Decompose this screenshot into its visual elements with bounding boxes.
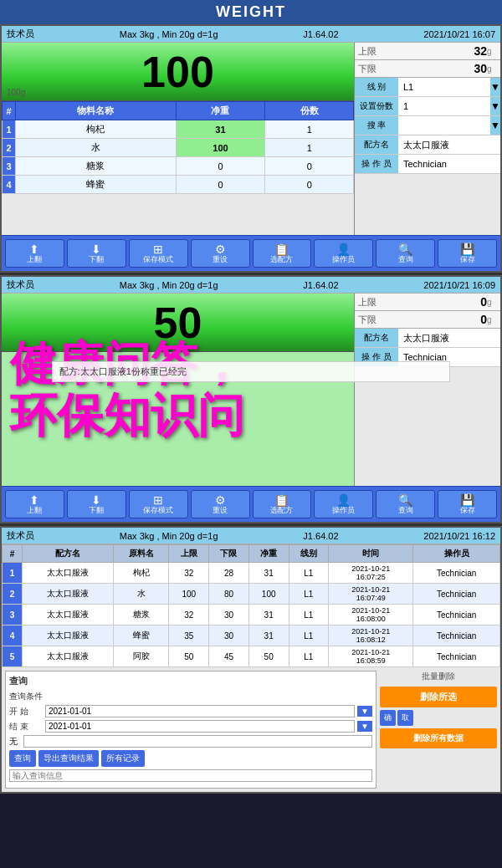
rec-upper: 100 [169,584,209,605]
table-row: 3 糖浆 0 0 [3,157,354,176]
rec-time: 2021-10-2116:07:49 [329,584,413,605]
row-num: 2 [3,139,16,157]
p2-query-icon: 🔍 [398,494,412,506]
query-icon: 🔍 [398,243,412,255]
p2-specs: Max 3kg , Min 20g d=1g [120,280,218,290]
p1-role: 技术员 [7,28,34,40]
rec-upper: 50 [169,646,209,667]
col-count: 份数 [265,102,354,120]
btn-reset[interactable]: ⚙ 重设 [191,239,250,268]
rec-formula: 太太口服液 [22,605,113,625]
query-search-input[interactable] [9,769,372,782]
upper-limit-row: 上限 32 g [355,43,500,60]
btn-query[interactable]: 🔍 查询 [376,239,435,268]
query-end-label: 结 束 [9,721,43,733]
row-num: 3 [3,157,16,176]
table-row: 4 蜂蜜 0 0 [3,176,354,194]
rec-lower: 30 [209,625,249,646]
rec-formula: 太太口服液 [22,584,113,605]
query-export-btn[interactable]: 导出查询结果 [38,750,99,767]
btn-operator[interactable]: 👤 操作员 [314,239,373,268]
cancel-btn[interactable]: 取 [397,710,413,726]
info-formula: 配方名 太太口服液 [355,135,500,155]
p2-reset-label: 重设 [213,507,228,514]
panel1-header: 技术员 Max 3kg , Min 20g d=1g J1.64.02 2021… [2,26,500,43]
query-search-btn[interactable]: 查询 [9,750,36,767]
confirm-btn[interactable]: 确 [380,710,396,726]
btn-save-mode[interactable]: ⊞ 保存模式 [129,239,188,268]
weight-display: 100g 100 [2,43,354,101]
p2-btn-query[interactable]: 🔍 查询 [376,490,435,518]
row-weight: 0 [176,176,265,194]
query-none-input[interactable] [23,735,372,748]
btn-save[interactable]: 💾 保存 [438,239,497,268]
p2-btn-reset[interactable]: ⚙ 重设 [191,490,250,518]
rate-dropdown-icon[interactable]: ▼ [490,116,500,135]
panel1-left: 100g 100 # 物料名称 净重 份数 1 枸杞 [2,43,354,235]
p2-btn-operator[interactable]: 👤 操作员 [314,490,373,518]
query-label: 查询 [398,256,413,263]
info-line: 线 别 L1 ▼ [355,78,500,97]
btn-select-formula[interactable]: 📋 选配方 [253,239,312,268]
operator-icon: 👤 [336,243,351,255]
upper-limit-value: 32 [383,44,487,58]
p2-btn-select-formula[interactable]: 📋 选配方 [253,490,312,518]
p2-btn-save-mode[interactable]: ⊞ 保存模式 [129,490,188,518]
col-num: # [3,102,16,120]
records-table: # 配方名 原料名 上限 下限 净重 线别 时间 操作员 1 太太口服液 枸杞 … [2,544,500,667]
delete-selected-btn[interactable]: 删除所选 [380,687,497,707]
panel3: 技术员 Max 3kg , Min 20g d=1g J1.64.02 2021… [0,526,502,794]
p2-weight-value: 50 [154,298,202,348]
info-servings: 设置份数 1 ▼ [355,97,500,116]
upper-limit-label: 上限 [358,45,383,58]
p2-save-label: 保存 [460,507,475,514]
p2-firmware: J1.64.02 [303,280,338,290]
rec-time: 2021-10-2116:08:12 [329,625,413,646]
rec-col-formula: 配方名 [22,545,113,563]
lower-limit-row: 下限 30 g [355,60,500,78]
rate-label: 搜 率 [355,116,398,135]
query-end-dropdown[interactable]: ▼ [357,721,372,732]
delete-all-btn[interactable]: 删除所有数据 [380,728,497,748]
query-all-records-btn[interactable]: 所有记录 [101,750,145,767]
rec-line: L1 [289,605,329,625]
query-start-dropdown[interactable]: ▼ [357,706,372,717]
rec-net: 31 [248,563,289,584]
formula-label2: 选配方 [270,256,293,263]
reset-label: 重设 [213,256,228,263]
weight-value: 100 [141,47,214,97]
p2-formula-label: 配方名 [355,329,398,347]
p2-btn-save[interactable]: 💾 保存 [438,490,497,518]
query-end-input[interactable] [45,720,355,733]
p2-upper-limit-value: 0 [383,295,487,309]
query-title: 查询 [9,675,372,687]
table-row: 5 太太口服液 阿胶 50 45 50 L1 2021-10-2116:08:5… [3,646,500,667]
p2-operator-label2: 操作员 [332,507,355,514]
p2-down-icon: ⬇ [91,494,101,506]
rec-col-upper: 上限 [169,545,209,563]
p2-up-label: 上翻 [27,507,42,514]
servings-value: 1 [398,97,490,115]
alert-message: 配方:太太口服液1份称重已经完 [52,361,451,382]
rec-col-material: 原料名 [113,545,169,563]
panel1-toolbar: ⬆ 上翻 ⬇ 下翻 ⊞ 保存模式 ⚙ 重设 📋 选配方 👤 操作员 🔍 查询 💾 [2,235,500,271]
formula-value: 太太口服液 [398,135,500,154]
query-start-input[interactable] [45,705,355,717]
rec-col-num: # [3,545,23,563]
rec-operator: Technician [413,584,500,605]
servings-dropdown-icon[interactable]: ▼ [490,97,500,115]
panel2: 技术员 Max 3kg , Min 20g d=1g J1.64.02 2021… [0,275,502,523]
formula-icon: 📋 [274,243,289,255]
btn-up[interactable]: ⬆ 上翻 [5,239,64,268]
btn-down[interactable]: ⬇ 下翻 [67,239,126,268]
reset-icon: ⚙ [215,243,226,255]
p2-btn-up[interactable]: ⬆ 上翻 [5,490,64,518]
upper-limit-unit: g [487,47,497,56]
line-dropdown-icon[interactable]: ▼ [490,78,500,96]
rec-material: 糖浆 [113,605,169,625]
servings-label: 设置份数 [355,97,398,115]
lower-limit-unit: g [487,64,497,74]
p2-btn-down[interactable]: ⬇ 下翻 [67,490,126,518]
rec-time: 2021-10-2116:08:00 [329,605,413,625]
rec-operator: Technician [413,646,500,667]
